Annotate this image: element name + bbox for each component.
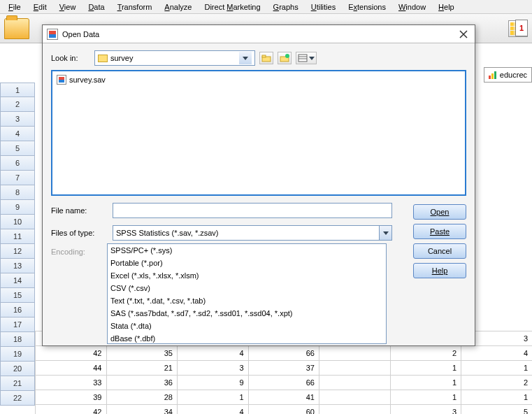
- table-row[interactable]: 333696612: [36, 376, 533, 390]
- filetype-option[interactable]: Excel (*.xls, *.xlsx, *.xlsm): [108, 269, 386, 282]
- svg-rect-1: [262, 55, 266, 57]
- encoding-label: Encoding:: [51, 248, 107, 256]
- spss-file-icon: [57, 75, 66, 85]
- row-header[interactable]: 7: [0, 171, 35, 185]
- toolbar-red-badge[interactable]: 1: [515, 20, 528, 36]
- menu-utilities[interactable]: Utilities: [305, 1, 341, 13]
- spss-file-icon: [47, 29, 58, 40]
- menu-direct-marketing[interactable]: Direct Marketing: [199, 1, 266, 13]
- file-item-label: survey.sav: [69, 76, 106, 84]
- row-header[interactable]: 4: [0, 127, 35, 141]
- table-row[interactable]: 442133711: [36, 361, 533, 376]
- filetype-dropdown-list[interactable]: SPSS/PC+ (*.sys) Portable (*.por) Excel …: [107, 243, 387, 344]
- row-headers-upper: 1 2 3 4 5 6 7 8 9 10 11 12 13 14 15 16 1…: [0, 83, 35, 406]
- menu-bar: File Edit View Data Transform Analyze Di…: [0, 0, 532, 14]
- row-header[interactable]: 15: [0, 288, 35, 303]
- lookin-label: Look in:: [51, 54, 90, 62]
- open-button[interactable]: Open: [413, 204, 466, 220]
- help-button[interactable]: Help: [413, 263, 466, 278]
- svg-point-3: [285, 54, 289, 58]
- svg-rect-4: [299, 55, 307, 62]
- filename-label: File name:: [51, 206, 107, 215]
- filetype-label: Files of type:: [51, 229, 107, 237]
- new-folder-icon[interactable]: [278, 52, 292, 64]
- menu-help[interactable]: Help: [433, 1, 460, 13]
- close-button[interactable]: [456, 27, 470, 41]
- row-header[interactable]: 16: [0, 303, 35, 317]
- row-header[interactable]: 13: [0, 259, 35, 273]
- file-item-survey-sav[interactable]: survey.sav: [55, 74, 462, 85]
- filetype-option[interactable]: Portable (*.por): [108, 257, 386, 269]
- filetype-option[interactable]: SPSS/PC+ (*.sys): [108, 244, 386, 257]
- filetype-option[interactable]: CSV (*.csv): [108, 282, 386, 294]
- close-icon: [459, 30, 468, 38]
- menu-data[interactable]: Data: [82, 1, 110, 13]
- dialog-titlebar[interactable]: Open Data: [43, 25, 475, 43]
- row-header[interactable]: 3: [0, 112, 35, 127]
- up-one-level-icon[interactable]: [259, 52, 273, 64]
- menu-transform[interactable]: Transform: [112, 1, 158, 13]
- row-header[interactable]: 8: [0, 185, 35, 200]
- filename-input[interactable]: [113, 203, 392, 218]
- filetype-option[interactable]: Stata (*.dta): [108, 320, 386, 332]
- menu-file[interactable]: File: [3, 1, 27, 13]
- lookin-value: survey: [110, 54, 133, 62]
- menu-view[interactable]: View: [54, 1, 82, 13]
- menu-analyze[interactable]: Analyze: [159, 1, 197, 13]
- row-header[interactable]: 10: [0, 215, 35, 229]
- lookin-dropdown[interactable]: survey: [94, 50, 255, 66]
- row-header[interactable]: 12: [0, 244, 35, 259]
- row-header[interactable]: 11: [0, 229, 35, 244]
- row-header[interactable]: 20: [0, 362, 35, 376]
- bar-chart-icon: [489, 71, 497, 79]
- view-menu-button[interactable]: [296, 52, 317, 64]
- menu-edit[interactable]: Edit: [28, 1, 52, 13]
- row-header[interactable]: 5: [0, 141, 35, 156]
- table-row[interactable]: 423546624: [36, 346, 533, 361]
- filetype-option[interactable]: SAS (*.sas7bdat, *.sd7, *.sd2, *.ssd01, …: [108, 307, 386, 320]
- chevron-down-icon: [379, 226, 391, 240]
- menu-extensions[interactable]: Extensions: [343, 1, 391, 13]
- row-header[interactable]: 1: [0, 83, 35, 97]
- open-file-icon[interactable]: [4, 18, 29, 39]
- column-header-educrec[interactable]: educrec: [484, 67, 532, 83]
- row-header[interactable]: 21: [0, 376, 35, 391]
- open-data-dialog: Open Data Look in: survey: [42, 24, 475, 346]
- cancel-button[interactable]: Cancel: [413, 243, 466, 259]
- menu-graphs[interactable]: Graphs: [268, 1, 304, 13]
- chevron-down-icon: [239, 52, 252, 64]
- file-list[interactable]: survey.sav: [51, 70, 466, 196]
- filetype-option[interactable]: dBase (*.dbf): [108, 332, 386, 343]
- row-header[interactable]: 9: [0, 200, 35, 215]
- row-header[interactable]: 14: [0, 273, 35, 288]
- menu-window[interactable]: Window: [393, 1, 431, 13]
- row-header[interactable]: 19: [0, 347, 35, 362]
- row-header[interactable]: 6: [0, 156, 35, 171]
- table-row[interactable]: 423446035: [36, 405, 533, 415]
- paste-button[interactable]: Paste: [413, 224, 466, 239]
- filetype-option[interactable]: Text (*.txt, *.dat, *.csv, *.tab): [108, 294, 386, 307]
- table-row[interactable]: 392814111: [36, 390, 533, 405]
- filetype-selected: SPSS Statistics (*.sav, *.zsav): [116, 229, 219, 237]
- row-header[interactable]: 17: [0, 317, 35, 332]
- row-header[interactable]: 22: [0, 391, 35, 406]
- folder-icon: [98, 55, 108, 62]
- filetype-dropdown[interactable]: SPSS Statistics (*.sav, *.zsav): [113, 225, 392, 241]
- row-header[interactable]: 2: [0, 97, 35, 112]
- dialog-title: Open Data: [62, 30, 99, 38]
- row-header[interactable]: 18: [0, 332, 35, 347]
